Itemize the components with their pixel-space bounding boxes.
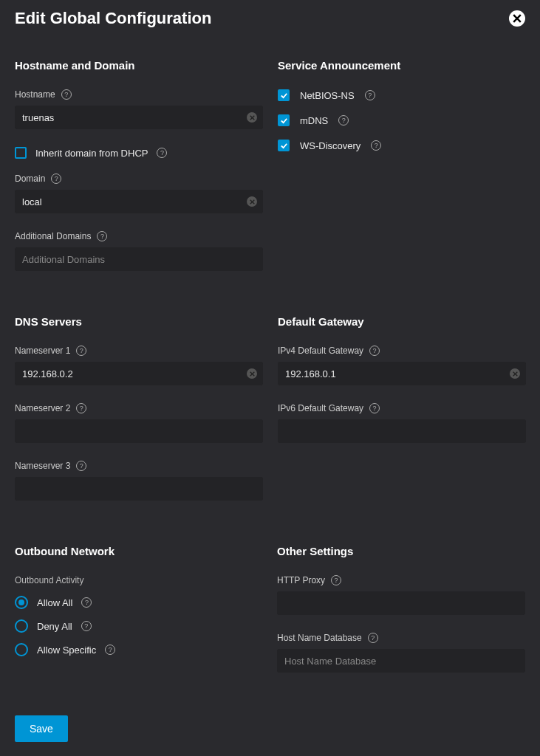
- http-proxy-label: HTTP Proxy: [277, 575, 325, 585]
- help-icon[interactable]: ?: [51, 173, 61, 184]
- hostname-input[interactable]: [15, 106, 263, 129]
- allow-all-label: Allow All: [37, 597, 72, 608]
- help-icon[interactable]: ?: [331, 575, 341, 585]
- other-settings-title: Other Settings: [277, 545, 525, 557]
- deny-all-radio[interactable]: [15, 619, 28, 633]
- help-icon[interactable]: ?: [369, 346, 380, 356]
- domain-label: Domain: [15, 173, 45, 184]
- ws-discovery-checkbox[interactable]: [278, 140, 290, 151]
- outbound-activity-label: Outbound Activity: [15, 575, 262, 585]
- help-icon[interactable]: ?: [81, 597, 92, 608]
- help-icon[interactable]: ?: [368, 633, 378, 643]
- ns1-input[interactable]: [15, 362, 263, 385]
- ns3-input[interactable]: [15, 477, 263, 501]
- ns2-input[interactable]: [15, 419, 263, 443]
- mdns-checkbox[interactable]: [278, 114, 290, 126]
- help-icon[interactable]: ?: [81, 621, 92, 631]
- deny-all-label: Deny All: [37, 621, 72, 632]
- help-icon[interactable]: ?: [105, 645, 115, 655]
- additional-domains-label: Additional Domains: [15, 231, 91, 241]
- page-title: Edit Global Configuration: [15, 9, 211, 28]
- additional-domains-input[interactable]: [15, 247, 263, 271]
- ns3-label: Nameserver 3: [15, 461, 70, 471]
- help-icon[interactable]: ?: [338, 115, 349, 126]
- help-icon[interactable]: ?: [369, 403, 380, 413]
- ipv6-gateway-label: IPv6 Default Gateway: [278, 403, 363, 413]
- clear-icon[interactable]: [247, 368, 257, 379]
- help-icon[interactable]: ?: [61, 89, 72, 100]
- help-icon[interactable]: ?: [76, 461, 86, 471]
- allow-all-radio[interactable]: [15, 596, 28, 609]
- dns-servers-title: DNS Servers: [15, 315, 263, 328]
- domain-input[interactable]: [15, 190, 263, 213]
- clear-icon[interactable]: [247, 196, 257, 207]
- hostdb-label: Host Name Database: [277, 633, 362, 643]
- help-icon[interactable]: ?: [371, 140, 381, 151]
- ipv6-gateway-input[interactable]: [278, 419, 526, 443]
- ws-discovery-label: WS-Discovery: [300, 140, 360, 151]
- hostdb-input[interactable]: [277, 649, 525, 673]
- ns2-label: Nameserver 2: [15, 403, 70, 413]
- allow-specific-label: Allow Specific: [37, 645, 96, 656]
- save-button[interactable]: Save: [15, 715, 68, 742]
- allow-specific-radio[interactable]: [15, 643, 28, 656]
- service-announcement-title: Service Announcement: [278, 59, 525, 72]
- help-icon[interactable]: ?: [157, 148, 167, 158]
- help-icon[interactable]: ?: [76, 403, 86, 413]
- clear-icon[interactable]: [247, 112, 257, 123]
- help-icon[interactable]: ?: [76, 346, 86, 356]
- mdns-label: mDNS: [300, 115, 328, 126]
- close-icon: [513, 14, 522, 23]
- clear-icon[interactable]: [510, 368, 520, 379]
- ipv4-gateway-label: IPv4 Default Gateway: [278, 346, 363, 356]
- default-gateway-title: Default Gateway: [278, 315, 526, 328]
- hostname-domain-title: Hostname and Domain: [15, 59, 263, 72]
- help-icon[interactable]: ?: [365, 90, 375, 100]
- help-icon[interactable]: ?: [97, 231, 107, 241]
- hostname-label: Hostname: [15, 89, 55, 100]
- netbios-label: NetBIOS-NS: [300, 90, 355, 101]
- netbios-checkbox[interactable]: [278, 89, 290, 101]
- inherit-domain-checkbox[interactable]: [15, 147, 27, 159]
- inherit-domain-label: Inherit domain from DHCP: [35, 148, 148, 159]
- ns1-label: Nameserver 1: [15, 346, 70, 356]
- outbound-network-title: Outbound Network: [15, 545, 262, 557]
- http-proxy-input[interactable]: [277, 591, 525, 615]
- close-button[interactable]: [509, 10, 525, 27]
- ipv4-gateway-input[interactable]: [278, 362, 526, 385]
